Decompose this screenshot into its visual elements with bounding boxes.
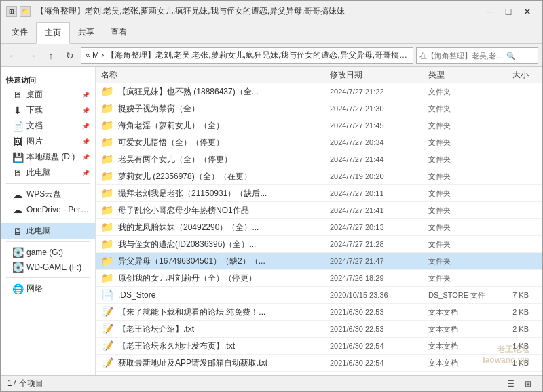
- file-type-icon: 📝: [101, 323, 114, 335]
- sidebar: 快速访问 🖥 桌面 📌 ⬇ 下载 📌 📄 文档 📌 🖼: [1, 67, 96, 375]
- file-modified: 2024/7/19 20:20: [330, 172, 428, 180]
- file-name: 撮拜老刘我是老张（21150931）（缺后...: [118, 188, 267, 199]
- file-name: 我与侄女的遭恋(ID20836396)（全）...: [118, 239, 256, 250]
- file-type: 文本文档: [428, 358, 489, 368]
- up-button[interactable]: ↑: [43, 47, 59, 64]
- sidebar-item-drive-d[interactable]: 💾 本地磁盘 (D:) 📌: [1, 149, 95, 165]
- file-name: 母子乱伦小哥恋母少年热榜NO1作品: [118, 205, 249, 216]
- table-row[interactable]: 📁 我的龙凤胎妹妹（20492290）（全）... 2024/7/27 20:1…: [96, 219, 542, 236]
- table-row[interactable]: 📁 可爱女儿悟悟（全）（停更） 2024/7/27 20:34 文件夹: [96, 134, 542, 151]
- table-row[interactable]: 📁 异父异母（167496304501）（缺2）（... 2024/7/27 2…: [96, 253, 542, 270]
- table-row[interactable]: 📁 萝莉女儿 (22356978)（全）（在更） 2024/7/19 20:20…: [96, 168, 542, 185]
- sidebar-item-desktop[interactable]: 🖥 桌面 📌: [1, 87, 95, 102]
- table-row[interactable]: 📁 老吴有两个女儿（全）（停更） 2024/7/27 21:44 文件夹: [96, 151, 542, 168]
- sidebar-item-wps[interactable]: ☁ WPS云盘: [1, 187, 95, 202]
- pictures-icon: 🖼: [12, 136, 24, 147]
- view-grid-button[interactable]: ⊞: [521, 378, 536, 390]
- file-type: 文件夹: [428, 138, 489, 148]
- file-type: 文本文档: [428, 341, 489, 351]
- table-row[interactable]: 📁 【疯狂兄妹】也不熟 (18886437)（全... 2024/7/27 21…: [96, 83, 542, 100]
- table-row[interactable]: 📁 捉嫂子视为禁脔（全） 2024/7/27 21:30 文件夹: [96, 100, 542, 117]
- sidebar-item-label: game (G:): [26, 248, 63, 257]
- forward-button[interactable]: →: [24, 47, 40, 64]
- table-row[interactable]: 📁 原创我的女儿叫刘莉丹（全）（停更） 2024/7/26 18:29 文件夹: [96, 270, 542, 287]
- tab-view[interactable]: 查看: [102, 22, 135, 43]
- file-type: 文本文档: [428, 324, 489, 334]
- file-type-icon: 📁: [101, 136, 114, 149]
- file-type: 文件夹: [428, 172, 489, 182]
- table-row[interactable]: 📁 撮拜老刘我是老张（21150931）（缺后... 2024/7/27 20:…: [96, 185, 542, 202]
- column-modified[interactable]: 修改日期: [330, 69, 428, 81]
- file-name: 萝莉女儿 (22356978)（全）（在更）: [118, 171, 252, 182]
- pin-icon: 📌: [82, 138, 90, 145]
- file-modified: 2024/7/27 21:44: [330, 155, 428, 163]
- table-row[interactable]: 📝 【老王论坛永久地址发布页】.txt 2021/6/30 22:54 文本文档…: [96, 338, 542, 355]
- file-type-icon: 📝: [101, 340, 114, 352]
- desktop-icon: 🖥: [12, 90, 24, 100]
- file-name: 老吴有两个女儿（全）（停更）: [118, 154, 232, 165]
- window-controls: ─ □ ✕: [480, 2, 537, 21]
- maximize-button[interactable]: □: [499, 2, 518, 21]
- view-controls: ☰ ⊞: [503, 378, 536, 390]
- pin-icon: 📌: [82, 123, 90, 130]
- file-type-icon: 📁: [101, 255, 114, 267]
- view-list-button[interactable]: ☰: [503, 378, 518, 390]
- table-row[interactable]: 📄 .DS_Store 2020/10/15 23:36 DS_STORE 文件…: [96, 287, 542, 304]
- file-type: 文件夹: [428, 273, 489, 283]
- file-type-icon: 📝: [101, 357, 114, 369]
- downloads-icon: ⬇: [12, 105, 24, 116]
- tab-home[interactable]: 主页: [36, 22, 70, 44]
- column-size[interactable]: 大小: [489, 69, 537, 81]
- file-type: DS_STORE 文件: [428, 290, 489, 300]
- sidebar-item-documents[interactable]: 📄 文档 📌: [1, 118, 95, 134]
- file-type: 文件夹: [428, 121, 489, 131]
- address-path[interactable]: « M › 【海角整理】老刘,老吴,老张,萝莉女儿,疯狂兄妹,我与侄女的遭恋,异…: [81, 47, 413, 64]
- sidebar-divider: [6, 183, 90, 184]
- tab-share[interactable]: 共享: [70, 22, 102, 43]
- addressbar: ← → ↑ ↻ « M › 【海角整理】老刘,老吴,老张,萝莉女儿,疯狂兄妹,我…: [1, 44, 542, 67]
- table-row[interactable]: 📁 海角老淫（萝莉女儿）（全） 2024/7/27 21:45 文件夹: [96, 117, 542, 134]
- file-name: 可爱女儿悟悟（全）（停更）: [118, 137, 224, 149]
- file-modified: 2021/6/30 22:53: [330, 308, 428, 316]
- sidebar-item-thispc[interactable]: 🖥 此电脑: [1, 223, 95, 239]
- pin-icon: 📌: [82, 154, 90, 161]
- thispc-quick-icon: 🖥: [12, 168, 24, 178]
- file-modified: 2024/7/27 21:30: [330, 104, 428, 113]
- table-row[interactable]: 📝 【来了就能下载和观看的论坛,纯免费！... 2021/6/30 22:53 …: [96, 304, 542, 321]
- minimize-button[interactable]: ─: [480, 2, 499, 21]
- sidebar-item-network[interactable]: 🌐 网络: [1, 281, 95, 296]
- close-button[interactable]: ✕: [518, 2, 537, 21]
- file-name: 【老王论坛介绍】.txt: [118, 324, 194, 335]
- sidebar-item-drive-g[interactable]: 💽 game (G:): [1, 245, 95, 260]
- file-modified: 2024/7/26 18:29: [330, 274, 428, 282]
- table-row[interactable]: 📁 母子乱伦小哥恋母少年热榜NO1作品 2024/7/27 21:41 文件夹: [96, 202, 542, 219]
- file-type: 文件夹: [428, 104, 489, 114]
- search-input[interactable]: [417, 52, 538, 60]
- sidebar-item-downloads[interactable]: ⬇ 下载 📌: [1, 102, 95, 118]
- table-row[interactable]: 📁 我与侄女的遭恋(ID20836396)（全）... 2024/7/27 21…: [96, 236, 542, 253]
- tab-file[interactable]: 文件: [3, 22, 36, 43]
- file-type-icon: 📁: [101, 153, 114, 165]
- table-row[interactable]: 📝 【老王论坛介绍】.txt 2021/6/30 22:53 文本文档 2 KB: [96, 321, 542, 338]
- sidebar-item-label: 网络: [26, 283, 43, 294]
- file-name: 我的龙凤胎妹妹（20492290）（全）...: [118, 222, 259, 233]
- file-type-icon: 📁: [101, 272, 114, 284]
- sidebar-divider3: [6, 241, 90, 242]
- file-modified: 2020/10/15 23:36: [330, 291, 428, 299]
- column-name[interactable]: 名称: [101, 69, 330, 81]
- refresh-button[interactable]: ↻: [62, 47, 78, 64]
- column-type[interactable]: 类型: [428, 69, 489, 81]
- file-size: 1 KB: [489, 342, 537, 350]
- sidebar-item-pictures[interactable]: 🖼 图片 📌: [1, 134, 95, 149]
- sidebar-item-thispc-quick[interactable]: 🖥 此电脑 📌: [1, 165, 95, 180]
- sidebar-item-label: WD-GAME (F:): [26, 262, 81, 272]
- sidebar-item-onedrive[interactable]: ☁ OneDrive - Persona...: [1, 202, 95, 217]
- table-row[interactable]: 📝 获取最新地址及APP请发邮箱自动获取.txt 2021/6/30 22:54…: [96, 355, 542, 372]
- file-rows-container: 📁 【疯狂兄妹】也不熟 (18886437)（全... 2024/7/27 21…: [96, 83, 542, 372]
- titlebar-app-icons: ⊞ 📁: [6, 6, 31, 17]
- file-type-icon: 📁: [101, 102, 114, 115]
- back-button[interactable]: ←: [5, 47, 21, 64]
- statusbar: 17 个项目 ☰ ⊞: [1, 375, 542, 391]
- sidebar-item-drive-f[interactable]: 💽 WD-GAME (F:): [1, 260, 95, 275]
- sidebar-item-label: 此电脑: [26, 167, 51, 178]
